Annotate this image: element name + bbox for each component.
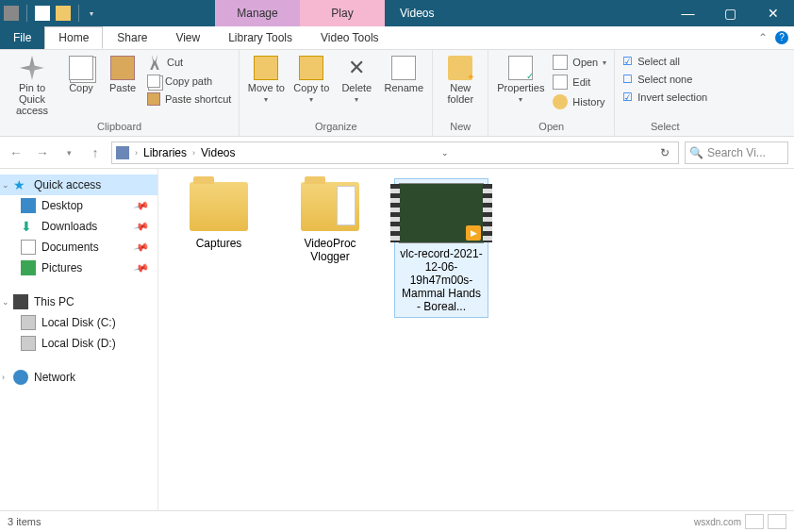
delete-button[interactable]: ✕Delete▾ xyxy=(336,54,377,106)
sidebar-quick-access[interactable]: ⌄★Quick access xyxy=(0,175,157,195)
play-overlay-icon: ▶ xyxy=(466,225,481,241)
file-tab[interactable]: File xyxy=(0,26,44,49)
tab-video-tools[interactable]: Video Tools xyxy=(306,26,393,49)
maximize-button[interactable]: ▢ xyxy=(709,0,752,26)
properties-button[interactable]: Properties▾ xyxy=(494,54,547,106)
view-thumbnails-button[interactable] xyxy=(768,514,786,529)
window-title: Videos xyxy=(385,0,667,26)
history-button[interactable]: History xyxy=(551,93,608,110)
invert-selection-button[interactable]: ☑Invert selection xyxy=(620,90,709,105)
context-tab-manage[interactable]: Manage xyxy=(215,0,300,26)
edit-button[interactable]: Edit xyxy=(551,74,608,91)
sidebar-drive-d[interactable]: Local Disk (D:) xyxy=(0,333,157,354)
up-button[interactable]: ↑ xyxy=(85,142,106,163)
folder-icon xyxy=(190,182,248,231)
file-vlc-record[interactable]: ▶ vlc-record-2021-12-06-19h47m00s-Mammal… xyxy=(394,178,488,318)
open-button[interactable]: Open▾ xyxy=(551,54,608,71)
folder-icon xyxy=(301,182,359,231)
new-folder-button[interactable]: New folder xyxy=(438,54,482,107)
qat-icon[interactable] xyxy=(35,6,50,21)
ribbon-collapse-icon[interactable]: ⌃ xyxy=(758,31,768,44)
address-dropdown-icon[interactable]: ⌄ xyxy=(436,148,455,158)
search-icon: 🔍 xyxy=(689,146,703,159)
tab-library-tools[interactable]: Library Tools xyxy=(214,26,306,49)
location-icon xyxy=(116,146,129,159)
titlebar: ▾ Manage Play Videos — ▢ ✕ xyxy=(0,0,794,26)
tab-share[interactable]: Share xyxy=(103,26,161,49)
ribbon: Pin to Quick access Copy Paste Cut Copy … xyxy=(0,50,794,137)
pin-to-quick-access-button[interactable]: Pin to Quick access xyxy=(6,54,58,118)
watermark: wsxdn.com xyxy=(694,517,741,527)
paste-shortcut-button[interactable]: Paste shortcut xyxy=(145,91,233,107)
group-organize: Organize xyxy=(245,121,426,134)
address-bar[interactable]: › Libraries › Videos ⌄ ↻ xyxy=(111,141,679,164)
sidebar-this-pc[interactable]: ⌄This PC xyxy=(0,291,157,312)
group-open: Open xyxy=(494,121,608,134)
group-select: Select xyxy=(620,121,709,134)
tab-home[interactable]: Home xyxy=(44,26,103,49)
video-thumbnail: ▶ xyxy=(399,183,484,243)
status-bar: 3 items wsxdn.com xyxy=(0,510,794,532)
sidebar-item-pictures[interactable]: Pictures📌 xyxy=(0,258,157,278)
file-list[interactable]: Captures VideoProc Vlogger ▶ vlc-record-… xyxy=(158,169,794,510)
navigation-bar: ← → ▾ ↑ › Libraries › Videos ⌄ ↻ 🔍 Searc… xyxy=(0,137,794,169)
item-count: 3 items xyxy=(8,516,41,527)
select-all-button[interactable]: ☑Select all xyxy=(620,54,709,69)
sidebar-item-desktop[interactable]: Desktop📌 xyxy=(0,195,157,216)
sidebar-item-documents[interactable]: Documents📌 xyxy=(0,237,157,258)
move-to-button[interactable]: Move to▾ xyxy=(245,54,287,106)
sidebar-network[interactable]: ›Network xyxy=(0,367,157,388)
group-clipboard: Clipboard xyxy=(6,121,233,134)
navigation-pane: ⌄★Quick access Desktop📌 ⬇Downloads📌 Docu… xyxy=(0,169,158,510)
recent-dropdown[interactable]: ▾ xyxy=(58,142,79,163)
qat-customize-icon[interactable]: ▾ xyxy=(87,9,96,18)
qat-folder-icon[interactable] xyxy=(56,6,71,21)
rename-button[interactable]: Rename xyxy=(381,54,426,95)
folder-captures[interactable]: Captures xyxy=(172,178,266,254)
breadcrumb-videos[interactable]: Videos xyxy=(201,146,235,159)
paste-button[interactable]: Paste xyxy=(104,54,141,95)
menu-tabs: File Home Share View Library Tools Video… xyxy=(0,26,794,50)
folder-videoproc[interactable]: VideoProc Vlogger xyxy=(283,178,377,267)
tab-view[interactable]: View xyxy=(161,26,214,49)
help-icon[interactable]: ? xyxy=(775,31,788,44)
breadcrumb-libraries[interactable]: Libraries xyxy=(143,146,187,159)
sidebar-drive-c[interactable]: Local Disk (C:) xyxy=(0,312,157,333)
cut-button[interactable]: Cut xyxy=(145,54,233,71)
search-input[interactable]: 🔍 Search Vi... xyxy=(685,141,788,164)
copy-button[interactable]: Copy xyxy=(62,54,100,95)
minimize-button[interactable]: — xyxy=(667,0,709,26)
sidebar-item-downloads[interactable]: ⬇Downloads📌 xyxy=(0,216,157,237)
back-button[interactable]: ← xyxy=(6,142,26,163)
select-none-button[interactable]: ☐Select none xyxy=(620,72,709,87)
copy-path-button[interactable]: Copy path xyxy=(145,74,233,89)
view-details-button[interactable] xyxy=(745,514,764,529)
app-icon xyxy=(4,6,19,21)
context-tab-play[interactable]: Play xyxy=(300,0,385,26)
close-button[interactable]: ✕ xyxy=(752,0,794,26)
forward-button[interactable]: → xyxy=(32,142,53,163)
group-new: New xyxy=(438,121,482,134)
copy-to-button[interactable]: Copy to▾ xyxy=(290,54,332,106)
refresh-button[interactable]: ↻ xyxy=(655,146,674,159)
